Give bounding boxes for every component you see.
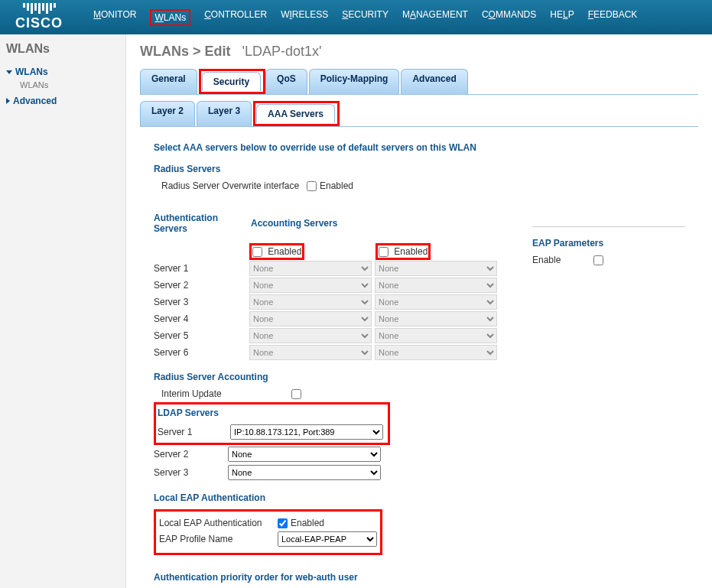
auth-server-4-select[interactable]: None [249, 311, 372, 326]
subtab-layer3[interactable]: Layer 3 [197, 101, 252, 126]
local-eap-auth-checkbox[interactable] [278, 518, 288, 528]
tab-general[interactable]: General [140, 69, 197, 94]
sidebar-item-advanced[interactable]: Advanced [6, 96, 119, 106]
nav-help[interactable]: HELP [550, 9, 574, 26]
ldap-server3-label: Server 3 [154, 467, 228, 478]
subtab-aaa-highlighted: AAA Servers [253, 101, 340, 126]
page-title: WLANs > Edit 'LDAP-dot1x' [140, 44, 698, 60]
acct-server-2-select[interactable]: None [375, 278, 497, 293]
sidebar-title: WLANs [6, 42, 119, 56]
sidebar-item-label: Advanced [13, 96, 57, 106]
auth-server-2-select[interactable]: None [249, 278, 372, 293]
acct-enabled-checkbox[interactable] [379, 247, 389, 257]
eap-parameters-panel: EAP Parameters Enable [532, 222, 685, 268]
ldap-server3-select[interactable]: None [228, 465, 381, 480]
aaa-description: Select AAA servers below to override use… [154, 142, 684, 153]
server-row-label: Server 6 [154, 347, 249, 358]
section-radius-acct: Radius Server Accounting [154, 372, 684, 382]
nav-wlans[interactable]: WLANs [154, 12, 186, 23]
sidebar-item-wlans[interactable]: WLANs [6, 67, 119, 77]
auth-enabled-label: Enabled [268, 246, 301, 257]
overwrite-label: Radius Server Overwrite interface [161, 180, 307, 191]
auth-enabled-checkbox[interactable] [252, 247, 262, 257]
acct-enabled-label: Enabled [394, 246, 428, 257]
auth-servers-header: Authentication Servers [154, 213, 251, 234]
ldap-server2-select[interactable]: None [228, 447, 381, 462]
eap-enable-label: Enable [532, 255, 593, 265]
section-local-eap: Local EAP Authentication [154, 492, 684, 503]
logo-text: CISCO [15, 15, 63, 31]
chevron-down-icon [6, 70, 12, 74]
cisco-logo: CISCO [15, 3, 63, 31]
ldap-server2-label: Server 2 [154, 449, 228, 460]
nav-commands[interactable]: COMMANDS [482, 9, 536, 26]
acct-server-4-select[interactable]: None [375, 311, 497, 326]
tab-policy[interactable]: Policy-Mapping [309, 69, 400, 94]
server-row-label: Server 1 [154, 263, 249, 274]
overwrite-checkbox[interactable] [307, 181, 317, 191]
nav-menu: MONITOR WLANs CONTROLLER WIRELESS SECURI… [93, 9, 637, 26]
acct-enabled-highlight: Enabled [376, 243, 431, 260]
server-row-label: Server 3 [154, 297, 249, 307]
acct-server-3-select[interactable]: None [375, 294, 497, 310]
acct-server-6-select[interactable]: None [375, 345, 497, 360]
nav-wireless[interactable]: WIRELESS [281, 9, 328, 26]
server-row-label: Server 5 [154, 330, 249, 341]
eap-profile-label: EAP Profile Name [159, 534, 278, 544]
nav-controller[interactable]: CONTROLLER [204, 9, 267, 26]
top-navbar: CISCO MONITOR WLANs CONTROLLER WIRELESS … [0, 0, 712, 34]
nav-management[interactable]: MANAGEMENT [402, 9, 468, 26]
overwrite-enabled-label: Enabled [320, 180, 353, 191]
server-row-label: Server 4 [154, 313, 249, 324]
nav-wlans-highlighted: WLANs [150, 9, 190, 26]
nav-security[interactable]: SECURITY [342, 9, 389, 26]
logo-bars-icon [23, 3, 56, 14]
sidebar: WLANs WLANs WLANs Advanced [0, 34, 126, 588]
ldap-server1-label: Server 1 [158, 427, 230, 437]
tabs-main: General Security QoS Policy-Mapping Adva… [140, 69, 698, 95]
eap-enable-checkbox[interactable] [593, 255, 603, 265]
section-ldap: LDAP Servers [158, 408, 383, 418]
tabs-sub: Layer 2 Layer 3 AAA Servers [140, 101, 698, 127]
chevron-right-icon [6, 98, 10, 104]
eap-params-header: EAP Parameters [532, 238, 685, 249]
local-eap-enabled-label: Enabled [291, 518, 324, 528]
wlan-name: 'LDAP-dot1x' [242, 44, 322, 59]
subtab-aaa[interactable]: AAA Servers [256, 104, 335, 123]
acct-server-1-select[interactable]: None [375, 261, 497, 276]
auth-server-1-select[interactable]: None [249, 261, 372, 276]
main-content: WLANs > Edit 'LDAP-dot1x' General Securi… [126, 34, 712, 588]
breadcrumb: WLANs > Edit [140, 44, 231, 59]
nav-monitor[interactable]: MONITOR [93, 9, 136, 26]
server-row-label: Server 2 [154, 280, 249, 291]
sidebar-item-label: WLANs [15, 67, 48, 77]
tab-advanced[interactable]: Advanced [401, 69, 467, 94]
interim-checkbox[interactable] [291, 389, 301, 399]
auth-server-5-select[interactable]: None [249, 328, 372, 343]
interim-label: Interim Update [161, 388, 291, 399]
acct-server-5-select[interactable]: None [375, 328, 497, 343]
section-radius: Radius Servers [154, 164, 684, 174]
eap-profile-select[interactable]: Local-EAP-PEAP [278, 531, 377, 547]
auth-server-3-select[interactable]: None [249, 294, 372, 310]
ldap-server1-select[interactable]: IP:10.88.173.121, Port:389 [230, 424, 383, 440]
acct-servers-header: Accounting Servers [251, 218, 337, 229]
tab-security[interactable]: Security [202, 72, 261, 91]
section-auth-priority: Authentication priority order for web-au… [154, 572, 684, 583]
tab-qos[interactable]: QoS [265, 69, 307, 94]
tab-security-highlighted: Security [199, 69, 265, 94]
nav-feedback[interactable]: FEEDBACK [588, 9, 638, 26]
auth-enabled-highlight: Enabled [249, 243, 304, 260]
local-eap-auth-label: Local EAP Authentication [159, 518, 278, 528]
subtab-layer2[interactable]: Layer 2 [140, 101, 195, 126]
auth-server-6-select[interactable]: None [249, 345, 372, 360]
sidebar-subitem-wlans[interactable]: WLANs [20, 80, 119, 89]
